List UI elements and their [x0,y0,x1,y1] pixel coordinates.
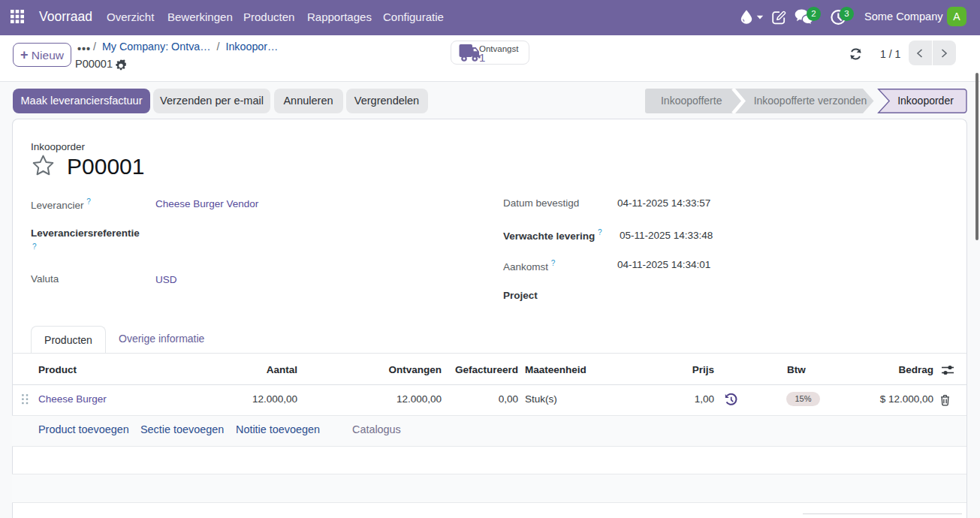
svg-text:Inkoopofferte verzonden: Inkoopofferte verzonden [754,95,867,107]
svg-text:Inkoopofferte: Inkoopofferte [661,95,722,107]
svg-text:Inkooporder: Inkooporder [897,95,954,107]
